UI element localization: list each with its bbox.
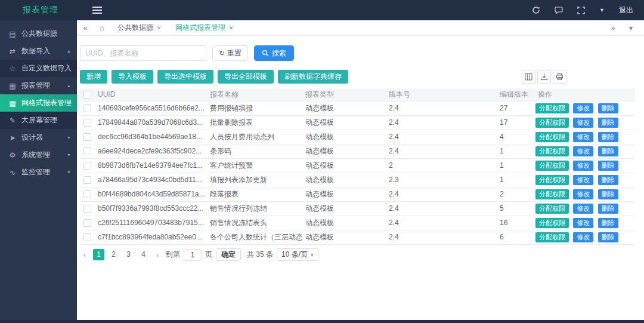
assign-permission-button[interactable]: 分配权限 bbox=[535, 161, 569, 171]
uuid-link[interactable]: a6ee924dece2cfe9c363f5c902... bbox=[94, 144, 206, 158]
refresh-icon[interactable] bbox=[532, 6, 540, 14]
table-row[interactable]: b50f7f9336a7993f8cd553ccc22... 销售情况行列冻结 … bbox=[80, 201, 635, 216]
page-button-1[interactable]: 1 bbox=[93, 249, 104, 260]
goto-page-input[interactable] bbox=[184, 249, 202, 261]
modify-button[interactable]: 修改 bbox=[573, 218, 593, 228]
row-checkbox[interactable] bbox=[83, 119, 91, 127]
home-icon[interactable]: ⌂ bbox=[94, 23, 110, 32]
modify-button[interactable]: 修改 bbox=[573, 175, 593, 185]
row-checkbox[interactable] bbox=[83, 205, 91, 213]
assign-permission-button[interactable]: 分配权限 bbox=[535, 175, 569, 185]
tab-public-datasource[interactable]: 公共数据源 × bbox=[110, 20, 168, 35]
delete-button[interactable]: 删除 bbox=[598, 118, 618, 128]
export-all-template-button[interactable]: 导出全部模板 bbox=[218, 70, 274, 84]
download-icon[interactable] bbox=[537, 70, 551, 84]
modify-button[interactable]: 修改 bbox=[573, 161, 593, 171]
table-row[interactable]: b0f44689bd804c43d59d85871a... 段落报表 动态模板 … bbox=[80, 187, 635, 201]
assign-permission-button[interactable]: 分配权限 bbox=[535, 103, 569, 113]
modify-button[interactable]: 修改 bbox=[573, 232, 593, 242]
delete-button[interactable]: 删除 bbox=[598, 146, 618, 156]
tab-grid-report-management[interactable]: 网格式报表管理 × bbox=[168, 20, 240, 35]
table-row[interactable]: a6ee924dece2cfe9c363f5c902... 条形码 动态模板 2… bbox=[80, 144, 635, 158]
uuid-link[interactable]: b50f7f9336a7993f8cd553ccc22... bbox=[94, 201, 206, 216]
table-row[interactable]: 140693cefe956ca5516d6b66e2... 费用报销填报 动态模… bbox=[80, 101, 635, 115]
prev-page-icon[interactable]: ‹ bbox=[80, 250, 89, 260]
page-size-select[interactable]: 10 条/页 ▾ bbox=[277, 248, 318, 261]
uuid-link[interactable]: dec6cc96d364b1be44569ae18... bbox=[94, 130, 206, 144]
assign-permission-button[interactable]: 分配权限 bbox=[535, 218, 569, 228]
message-icon[interactable] bbox=[555, 6, 563, 14]
sidebar-item-grid-report-management[interactable]: ▦ 网格式报表管理 bbox=[0, 94, 77, 112]
fullscreen-icon[interactable] bbox=[577, 7, 585, 14]
sidebar-item-designer[interactable]: ➤ 设计器 ▼ bbox=[0, 129, 77, 146]
row-checkbox[interactable] bbox=[83, 104, 91, 112]
modify-button[interactable]: 修改 bbox=[573, 146, 593, 156]
page-button-2[interactable]: 2 bbox=[108, 249, 119, 260]
next-page-icon[interactable]: › bbox=[153, 250, 162, 260]
table-row[interactable]: dec6cc96d364b1be44569ae18... 人员按月费用动态列 动… bbox=[80, 130, 635, 144]
page-button-3[interactable]: 3 bbox=[123, 249, 134, 260]
column-settings-icon[interactable] bbox=[522, 70, 535, 84]
sidebar-item-public-datasource[interactable]: ▤ 公共数据源 bbox=[0, 25, 77, 42]
modify-button[interactable]: 修改 bbox=[573, 189, 593, 199]
delete-button[interactable]: 删除 bbox=[598, 189, 618, 199]
uuid-link[interactable]: a78466a95d73c4934c0bd5d11... bbox=[94, 173, 206, 187]
delete-button[interactable]: 删除 bbox=[598, 103, 618, 113]
sidebar-item-monitor-management[interactable]: ∿ 监控管理 ▼ bbox=[0, 164, 77, 181]
uuid-link[interactable]: 8b9873d6fb7e14e93794ee7fc1... bbox=[94, 158, 206, 173]
row-checkbox[interactable] bbox=[83, 190, 91, 198]
row-checkbox[interactable] bbox=[83, 147, 91, 155]
export-selected-template-button[interactable]: 导出选中模板 bbox=[157, 70, 213, 84]
sidebar-item-system-management[interactable]: ⚙ 系统管理 ▼ bbox=[0, 146, 77, 164]
reset-button[interactable]: ↻ 重置 bbox=[212, 45, 248, 61]
search-input[interactable] bbox=[80, 45, 206, 61]
row-checkbox[interactable] bbox=[83, 176, 91, 184]
table-row[interactable]: 8b9873d6fb7e14e93794ee7fc1... 客户统计预警 动态模… bbox=[80, 158, 635, 173]
close-icon[interactable]: × bbox=[229, 24, 233, 32]
delete-button[interactable]: 删除 bbox=[598, 175, 618, 185]
row-checkbox[interactable] bbox=[83, 233, 91, 241]
menu-toggle-icon[interactable] bbox=[92, 7, 102, 14]
uuid-link[interactable]: c7f1bcc893964feda80ab52ee0... bbox=[94, 230, 206, 244]
sidebar-item-screen-management[interactable]: ✎ 大屏幕管理 bbox=[0, 112, 77, 129]
import-template-button[interactable]: 导入模板 bbox=[112, 70, 153, 84]
collapse-tabs-icon[interactable]: « bbox=[77, 23, 94, 32]
delete-button[interactable]: 删除 bbox=[598, 232, 618, 242]
modify-button[interactable]: 修改 bbox=[573, 103, 593, 113]
assign-permission-button[interactable]: 分配权限 bbox=[535, 204, 569, 214]
uuid-link[interactable]: 17849844a870a539d7068c6d3... bbox=[94, 115, 206, 130]
close-icon[interactable]: × bbox=[157, 24, 161, 32]
uuid-link[interactable]: b0f44689bd804c43d59d85871a... bbox=[94, 187, 206, 201]
row-checkbox[interactable] bbox=[83, 219, 91, 227]
assign-permission-button[interactable]: 分配权限 bbox=[535, 146, 569, 156]
table-row[interactable]: 17849844a870a539d7068c6d3... 批量删除报表 动态模板… bbox=[80, 115, 635, 130]
modify-button[interactable]: 修改 bbox=[573, 118, 593, 128]
assign-permission-button[interactable]: 分配权限 bbox=[535, 189, 569, 199]
uuid-link[interactable]: 140693cefe956ca5516d6b66e2... bbox=[94, 101, 206, 115]
assign-permission-button[interactable]: 分配权限 bbox=[535, 118, 569, 128]
sidebar-item-data-import[interactable]: ⇄ 数据导入 ▲ bbox=[0, 42, 77, 60]
delete-button[interactable]: 删除 bbox=[598, 161, 618, 171]
table-row[interactable]: c7f1bcc893964feda80ab52ee0... 各个公司人数统计（三… bbox=[80, 230, 635, 244]
uuid-link[interactable]: c26f25111696049703483b7915... bbox=[94, 216, 206, 230]
sidebar-item-custom-data-import[interactable]: ☆ 自定义数据导入 bbox=[0, 60, 77, 77]
page-button-4[interactable]: 4 bbox=[138, 249, 149, 260]
print-icon[interactable] bbox=[553, 70, 566, 84]
assign-permission-button[interactable]: 分配权限 bbox=[535, 132, 569, 142]
delete-button[interactable]: 删除 bbox=[598, 132, 618, 142]
row-checkbox[interactable] bbox=[83, 133, 91, 141]
row-checkbox[interactable] bbox=[83, 162, 91, 170]
table-row[interactable]: a78466a95d73c4934c0bd5d11... 填报列表添加更新 动态… bbox=[80, 173, 635, 187]
confirm-button[interactable]: 确定 bbox=[216, 248, 241, 261]
user-caret-down-icon[interactable]: ▼ bbox=[599, 7, 605, 13]
modify-button[interactable]: 修改 bbox=[573, 132, 593, 142]
add-button[interactable]: 新增 bbox=[80, 70, 107, 84]
select-all-checkbox[interactable] bbox=[83, 91, 91, 99]
modify-button[interactable]: 修改 bbox=[573, 204, 593, 214]
tab-menu-caret-icon[interactable]: ▾ bbox=[623, 24, 639, 32]
delete-button[interactable]: 删除 bbox=[598, 218, 618, 228]
delete-button[interactable]: 删除 bbox=[598, 204, 618, 214]
expand-tabs-icon[interactable]: » bbox=[605, 24, 621, 32]
assign-permission-button[interactable]: 分配权限 bbox=[535, 232, 569, 242]
search-button[interactable]: 搜索 bbox=[254, 45, 294, 61]
